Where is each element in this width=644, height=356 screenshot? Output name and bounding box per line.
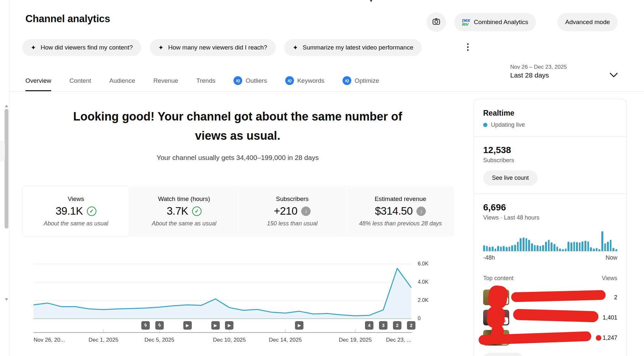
- summary-subtitle: Your channel usually gets 34,400–199,000…: [59, 154, 417, 162]
- realtime-bar: [542, 245, 544, 251]
- top-content-row[interactable]: ϟ1,247: [483, 330, 617, 346]
- shorts-upload-marker[interactable]: ϟ: [141, 321, 150, 330]
- tab-label: Optimize: [355, 77, 379, 84]
- metric-card-watch-time-hours-[interactable]: Watch time (hours)3.7K✓About the same as…: [130, 186, 238, 237]
- metric-card-estimated-revenue[interactable]: Estimated revenue$314.50↓48% less than p…: [346, 186, 454, 237]
- tab-audience[interactable]: Audience: [109, 70, 135, 91]
- tab-content[interactable]: Content: [69, 70, 91, 91]
- scrollbar-down-arrow[interactable]: [5, 298, 8, 301]
- metric-note: About the same as usual: [44, 220, 108, 227]
- scrollbar-up-arrow[interactable]: [5, 105, 8, 107]
- redaction-scribble: [513, 309, 599, 322]
- tab-trends[interactable]: Trends: [196, 70, 215, 91]
- realtime-bar: [548, 240, 550, 251]
- divider: [474, 136, 626, 136]
- metric-value: +210: [274, 205, 297, 217]
- top-content-views: 2: [614, 294, 617, 301]
- scrollbar-thumb[interactable]: [5, 109, 8, 229]
- realtime-status: Updating live: [483, 121, 617, 128]
- summary-headline: Looking good! Your channel got about the…: [59, 107, 417, 145]
- live-dot-icon: [483, 123, 487, 127]
- tab-outliers[interactable]: IQOutliers: [233, 70, 267, 91]
- see-more-button-partial[interactable]: [483, 353, 523, 356]
- realtime-bar: [593, 249, 595, 251]
- chip-label: How did viewers find my content?: [41, 44, 133, 51]
- realtime-bar: [511, 245, 513, 251]
- tab-revenue[interactable]: Revenue: [153, 70, 178, 91]
- suggestion-chip[interactable]: ✦How did viewers find my content?: [22, 39, 141, 56]
- video-upload-marker[interactable]: ▶: [183, 321, 192, 330]
- tab-optimize[interactable]: IQOptimize: [343, 70, 379, 91]
- date-range-selector[interactable]: Nov 26 – Dec 23, 2025 Last 28 days: [510, 64, 567, 79]
- axis-right-label: Now: [606, 254, 617, 261]
- realtime-bar: [483, 245, 485, 251]
- side-panel-handle[interactable]: [0, 141, 5, 162]
- screenshot-camera-button[interactable]: [427, 12, 446, 32]
- realtime-bar: [531, 243, 533, 251]
- realtime-bar: [503, 246, 505, 251]
- realtime-bar: [610, 240, 612, 251]
- x-axis-tick-label: Dec 5, 2025: [145, 337, 175, 343]
- redaction-scribble: [487, 284, 509, 309]
- video-upload-marker[interactable]: ▶: [211, 321, 220, 330]
- video-upload-marker[interactable]: ▶: [295, 321, 303, 330]
- metric-value-row: 3.7K✓: [167, 205, 202, 217]
- tabs-row: OverviewContentAudienceRevenueTrendsIQOu…: [25, 70, 379, 91]
- video-upload-marker[interactable]: ▶: [225, 321, 233, 330]
- realtime-bar: [579, 242, 581, 251]
- realtime-bar: [553, 244, 555, 251]
- realtime-bar: [615, 249, 617, 251]
- metric-note: About the same as usual: [152, 220, 216, 227]
- metric-value: 3.7K: [167, 205, 188, 217]
- realtime-bar: [537, 245, 539, 251]
- realtime-bar: [509, 247, 511, 251]
- shorts-upload-marker[interactable]: ϟ: [155, 321, 164, 330]
- tab-label: Outliers: [245, 77, 267, 84]
- realtime-bar: [562, 249, 564, 251]
- tab-label: Overview: [25, 77, 51, 84]
- more-options-kebab-icon[interactable]: ⋮: [462, 38, 473, 55]
- multi-upload-count-marker[interactable]: 2: [407, 321, 415, 330]
- multi-upload-count-marker[interactable]: 4: [365, 321, 373, 330]
- top-content-row[interactable]: ϟ1,401: [483, 310, 617, 325]
- metric-card-subscribers[interactable]: Subscribers+210↓150 less than usual: [238, 186, 346, 237]
- realtime-status-text: Updating live: [491, 121, 525, 128]
- suggestion-chip[interactable]: ✦Summarize my latest video performance: [284, 39, 422, 56]
- metric-card-views[interactable]: Views39.1K✓About the same as usual: [22, 186, 130, 237]
- y-axis-tick-label: 0: [418, 316, 421, 321]
- ai-suggestion-chips: ✦How did viewers find my content?✦How ma…: [22, 39, 422, 56]
- top-content-row[interactable]: ϟ2: [483, 290, 617, 305]
- x-axis-tick-label: Nov 26, 20...: [34, 337, 65, 343]
- realtime-bar: [565, 249, 567, 251]
- realtime-subscribers-label: Subscribers: [483, 157, 617, 164]
- tab-keywords[interactable]: IQKeywords: [285, 70, 324, 91]
- tab-overview[interactable]: Overview: [25, 70, 51, 91]
- realtime-bar: [523, 237, 525, 251]
- realtime-bar: [525, 238, 527, 251]
- combined-analytics-button[interactable]: nex lev Combined Analytics: [454, 13, 536, 31]
- x-axis-tick: [285, 330, 286, 332]
- realtime-bar: [567, 242, 569, 251]
- realtime-bar: [517, 242, 519, 251]
- realtime-bar: [584, 241, 586, 251]
- sparkle-icon: ✦: [158, 44, 164, 51]
- realtime-views-value: 6,696: [483, 202, 617, 213]
- metric-label: Estimated revenue: [375, 195, 426, 203]
- realtime-bar: [590, 247, 592, 251]
- realtime-bar: [551, 242, 553, 251]
- realtime-bar: [607, 242, 609, 251]
- metric-label: Views: [68, 195, 84, 203]
- multi-upload-count-marker[interactable]: 2: [393, 321, 401, 330]
- realtime-bar: [545, 242, 547, 251]
- realtime-bar: [492, 247, 494, 251]
- advanced-mode-button[interactable]: Advanced mode: [557, 13, 618, 31]
- see-live-count-button[interactable]: See live count: [483, 170, 538, 186]
- tab-label: Revenue: [153, 77, 178, 84]
- realtime-bar: [556, 247, 558, 251]
- tab-label: Keywords: [297, 77, 324, 84]
- realtime-48h-bar-chart: [483, 230, 617, 251]
- suggestion-chip[interactable]: ✦How many new viewers did I reach?: [150, 39, 276, 56]
- realtime-bar: [601, 231, 603, 251]
- multi-upload-count-marker[interactable]: 3: [379, 321, 387, 330]
- down-arrow-icon: ↓: [301, 206, 311, 216]
